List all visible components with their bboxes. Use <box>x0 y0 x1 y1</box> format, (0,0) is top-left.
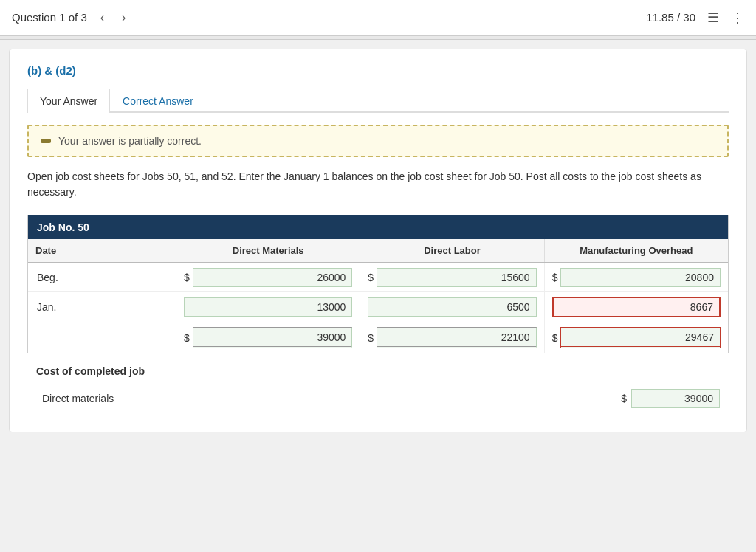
tab-your-answer[interactable]: Your Answer <box>27 89 110 113</box>
next-button[interactable]: › <box>117 8 130 27</box>
total-cell-moh: $ <box>544 322 728 353</box>
job50-table: Job No. 50 Date Direct Materials Direct … <box>27 215 729 353</box>
top-bar: Question 1 of 3 ‹ › 11.85 / 30 ☰ ⋮ <box>0 0 756 35</box>
job50-header: Job No. 50 <box>28 215 728 239</box>
cell-jan-dm <box>176 293 360 321</box>
input-total-dm[interactable] <box>193 327 353 348</box>
input-jan-moh[interactable] <box>552 297 721 317</box>
cell-beg-dl: $ <box>360 263 543 291</box>
dollar-sign: $ <box>368 272 374 283</box>
table-row: Jan. <box>28 292 728 322</box>
col-moh: Manufacturing Overhead <box>544 239 728 262</box>
cost-summary: Cost of completed job Direct materials $ <box>27 353 729 417</box>
totals-label <box>28 331 176 345</box>
input-cost-dm[interactable] <box>631 389 720 408</box>
table-row: Beg. $ $ $ <box>28 263 728 292</box>
dollar-sign: $ <box>184 272 190 283</box>
cost-title: Cost of completed job <box>36 365 720 377</box>
total-cell-dm: $ <box>176 322 360 353</box>
input-total-moh[interactable] <box>560 327 721 348</box>
input-total-dl[interactable] <box>377 327 537 348</box>
col-date: Date <box>28 239 176 262</box>
col-dl: Direct Labor <box>360 239 543 262</box>
cost-value-wrapper: $ <box>621 389 720 408</box>
tabs: Your Answer Correct Answer <box>27 89 729 113</box>
cost-label-dm: Direct materials <box>36 393 114 404</box>
cell-jan-dl <box>360 293 543 321</box>
description-text: Open job cost sheets for Jobs 50, 51, an… <box>27 169 729 200</box>
divider <box>0 35 756 40</box>
dollar-sign: $ <box>552 272 558 283</box>
section-label: (b) & (d2) <box>27 64 729 77</box>
input-beg-dm[interactable] <box>193 268 353 287</box>
cell-beg-moh: $ <box>544 263 728 291</box>
cost-row: Direct materials $ <box>36 386 720 411</box>
input-beg-dl[interactable] <box>377 268 537 287</box>
col-dm: Direct Materials <box>176 239 360 262</box>
cell-beg-dm: $ <box>176 263 360 291</box>
top-bar-left: Question 1 of 3 ‹ › <box>12 8 130 27</box>
cell-jan-moh <box>544 292 728 322</box>
column-headers: Date Direct Materials Direct Labor Manuf… <box>28 239 728 263</box>
row-label-beg: Beg. <box>28 264 176 291</box>
input-beg-moh[interactable] <box>560 268 721 287</box>
input-jan-dm[interactable] <box>184 297 352 317</box>
more-options-button[interactable]: ⋮ <box>731 10 744 26</box>
input-jan-dl[interactable] <box>368 297 536 317</box>
list-view-button[interactable]: ☰ <box>707 10 719 26</box>
row-label-jan: Jan. <box>28 294 176 320</box>
score-display: 11.85 / 30 <box>646 11 695 24</box>
dollar-sign: $ <box>184 332 190 344</box>
totals-row: $ $ $ <box>28 322 728 353</box>
prev-button[interactable]: ‹ <box>96 8 109 27</box>
tab-correct-answer[interactable]: Correct Answer <box>110 89 206 113</box>
main-card: (b) & (d2) Your Answer Correct Answer Yo… <box>9 49 747 432</box>
partial-correct-banner: Your answer is partially correct. <box>27 125 729 157</box>
dollar-sign: $ <box>552 332 558 344</box>
banner-text: Your answer is partially correct. <box>58 135 202 147</box>
total-cell-dl: $ <box>360 322 543 353</box>
dollar-sign: $ <box>368 332 374 344</box>
question-title: Question 1 of 3 <box>12 11 87 24</box>
partial-icon <box>41 139 51 143</box>
dollar-sign: $ <box>621 393 627 404</box>
top-bar-right: 11.85 / 30 ☰ ⋮ <box>646 10 744 26</box>
